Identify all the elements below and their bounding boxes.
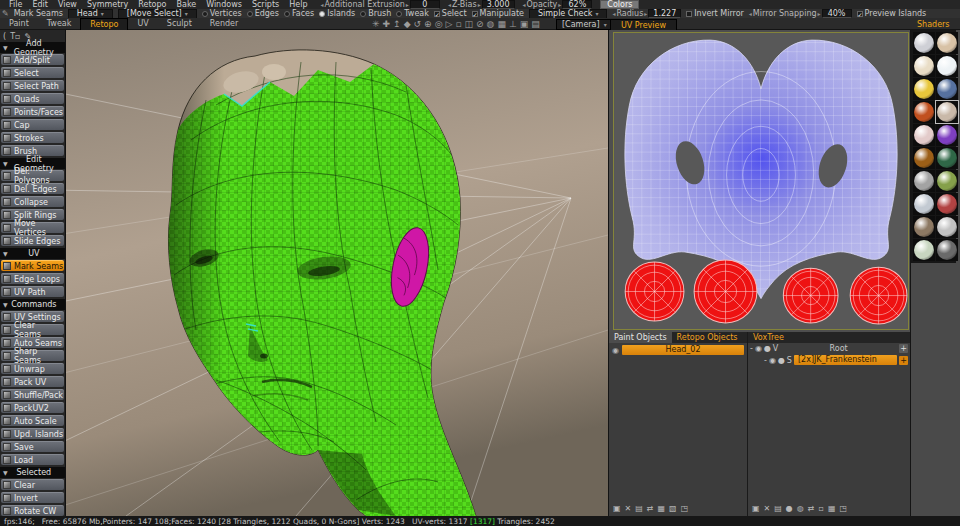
spinner-left-arrow-icon[interactable]: ◂ [523,1,526,8]
sidebar-item-select-path[interactable]: Select Path [1,80,64,91]
add-child-icon[interactable]: + [899,344,908,353]
check-preview-islands[interactable]: ✓Preview Islands [857,9,927,18]
voxtree-row[interactable]: -◉●S[2x]JK_Frankenstein+ [748,354,910,366]
sidebar-item-invert[interactable]: Invert [1,492,64,503]
layout-icon[interactable]: ▤ [531,18,540,30]
shader-swatch[interactable] [936,147,958,169]
spinner-left-arrow-icon[interactable]: ◂ [749,10,752,17]
shader-swatch[interactable] [913,216,935,238]
sidebar-item-load[interactable]: Load [1,454,64,465]
undo-icon[interactable]: ↺ [414,18,422,30]
check-invert-mirror[interactable]: Invert Mirror [686,9,744,18]
sidebar-item-clear-seams[interactable]: Clear Seams [1,324,64,335]
sidebar-item-move-vertices[interactable]: Move Vertices [1,222,64,233]
section-header-add-geometry[interactable]: ▼Add Geometry [0,42,65,53]
swap-icon[interactable]: ⇄ [647,504,654,513]
plus-icon[interactable]: ⊕ [424,18,432,30]
swap-icon[interactable]: ⇄ [808,504,815,513]
sidebar-item-save[interactable]: Save [1,441,64,452]
object-list-item[interactable]: ◉Head_02 [609,343,747,357]
sidebar-item-packuv2[interactable]: PackUV2 [1,402,64,413]
grid-icon[interactable]: ▦ [658,504,666,513]
radio-brush[interactable]: Brush [360,9,391,18]
shader-swatch[interactable] [913,147,935,169]
radio-faces[interactable]: Faces [284,9,314,18]
sidebar-item-upd-islands[interactable]: Upd. Islands [1,428,64,439]
sidebar-item-mark-seams[interactable]: Mark Seams [1,260,64,271]
check-mode-dropdown[interactable]: Simple Check▾ [529,9,607,19]
menu-file[interactable]: File [4,0,27,9]
ghost-icon[interactable]: ◍ [797,504,804,513]
mirror-icon[interactable]: ◫ [465,18,474,30]
spinner-right-arrow-icon[interactable]: ▸ [406,1,409,8]
play-icon[interactable]: ▷ [446,18,453,30]
delete-icon[interactable]: ✕ [625,504,632,513]
shader-swatch[interactable] [913,170,935,192]
list-icon[interactable]: ▤ [635,504,643,513]
sidebar-item-slide-edges[interactable]: Slide Edges [1,235,64,246]
external-icon[interactable]: ◳ [839,504,847,513]
tab-retopo-objects[interactable]: Retopo Objects [672,332,743,343]
spinner-right-arrow-icon[interactable]: ▸ [478,1,481,8]
frame-icon[interactable]: ▫ [455,18,461,30]
sidebar-item-del-polygons[interactable]: Del. Polygons [1,170,64,181]
shader-swatch[interactable] [913,78,935,100]
radio-vertices[interactable]: Vertices [202,9,242,18]
sidebar-item-rotate-cw[interactable]: Rotate CW [1,505,64,516]
section-header-commands[interactable]: ▼Commands [0,299,65,310]
collapse-minus-icon[interactable]: - [764,356,767,365]
camera-dropdown[interactable]: [Camera] ▾ [556,19,613,30]
gem-icon[interactable]: ◆ [404,18,411,30]
visibility-eye-icon[interactable]: ◉ [755,344,762,353]
radio-islands[interactable]: Islands [319,9,355,18]
shader-swatch[interactable] [913,55,935,77]
sidebar-item-strokes[interactable]: Strokes [1,132,64,143]
frame-icon[interactable]: ▫ [819,504,824,513]
delete-icon[interactable]: ✕ [764,504,771,513]
shader-swatch[interactable] [936,124,958,146]
collapse-minus-icon[interactable]: - [750,344,753,353]
spinner-right-arrow-icon[interactable]: ▸ [644,10,647,17]
visibility-eye-icon[interactable]: ◉ [769,356,776,365]
axis-icon[interactable]: ⊥ [509,18,517,30]
check-manipulate[interactable]: ✓Manipulate [472,9,524,18]
spinner-left-arrow-icon[interactable]: ◂ [612,10,615,17]
sphere-icon[interactable]: ◍ [487,18,495,30]
shader-swatch[interactable] [913,124,935,146]
add-icon[interactable]: ✚ [383,18,391,30]
sidebar-item-edge-loops[interactable]: Edge Loops [1,273,64,284]
spinner-value[interactable]: 3.000 [482,0,515,9]
shader-swatch[interactable] [936,101,958,123]
mode-select-dropdown[interactable]: [Move Select]▾ [118,9,197,19]
menu-help[interactable]: Help [284,0,312,9]
shader-swatch[interactable] [936,55,958,77]
spinner-right-arrow-icon[interactable]: ▸ [818,10,821,17]
menu-scripts[interactable]: Scripts [247,0,284,9]
sidebar-item-clear[interactable]: Clear [1,479,64,490]
sidebar-item-sharp-seams[interactable]: Sharp Seams [1,350,64,361]
sidebar-item-uv-path[interactable]: UV Path [1,286,64,297]
sidebar-item-quads[interactable]: Quads [1,93,64,104]
ghost-dot-icon[interactable]: ● [778,356,785,365]
radius-value[interactable]: 1.227 [648,9,681,18]
check-select[interactable]: ✓Select [434,9,467,18]
shader-swatch[interactable] [936,239,958,261]
sidebar-item-select[interactable]: Select [1,67,64,78]
spinner-value[interactable]: 0 [410,0,440,9]
menu-edit[interactable]: Edit [27,0,53,9]
grid-icon[interactable]: ▦ [828,504,836,513]
tab-paint-objects[interactable]: Paint Objects [609,332,672,343]
sidebar-item-points-faces[interactable]: Points/Faces [1,106,64,117]
sidebar-item-collapse[interactable]: Collapse [1,196,64,207]
sidebar-item-pack-uv[interactable]: Pack UV [1,376,64,387]
menu-windows[interactable]: Windows [201,0,247,9]
mirror-snapping-value[interactable]: 40% [822,9,852,18]
object-select-dropdown[interactable]: Head▾ [68,9,113,19]
sidebar-item-auto-scale[interactable]: Auto Scale [1,415,64,426]
shader-swatch[interactable] [913,101,935,123]
external-icon[interactable]: ◳ [681,504,689,513]
sidebar-item-shuffle-pack[interactable]: Shuffle/Pack [1,389,64,400]
shader-swatch[interactable] [913,193,935,215]
shader-swatch[interactable] [936,78,958,100]
section-header-selected[interactable]: ▼Selected [0,467,65,478]
